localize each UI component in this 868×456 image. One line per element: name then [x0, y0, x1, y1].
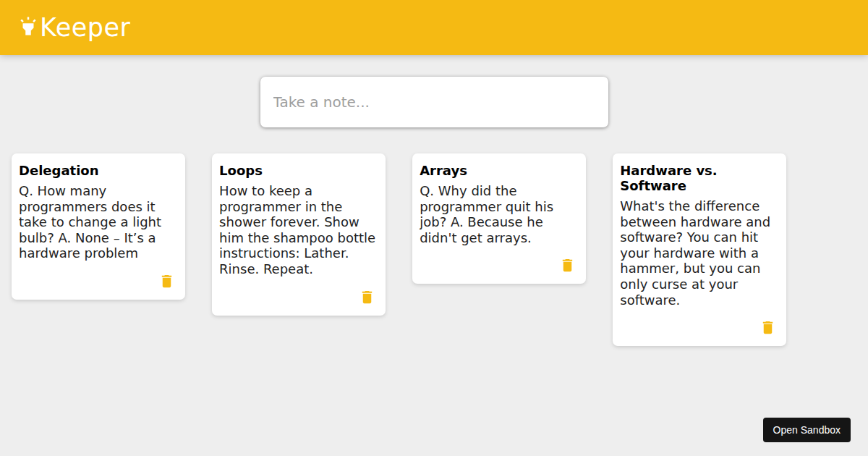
- trash-icon: [760, 319, 776, 336]
- delete-note-button[interactable]: [158, 273, 175, 290]
- trash-icon: [559, 257, 576, 274]
- note-title: Delegation: [19, 163, 178, 178]
- note-card: Delegation Q. How many programmers does …: [12, 153, 185, 300]
- note-content: Q. How many programmers does it take to …: [19, 183, 178, 261]
- note-card: Arrays Q. Why did the programmer quit hi…: [412, 153, 586, 284]
- note-card: Loops How to keep a programmer in the sh…: [212, 153, 386, 316]
- trash-icon: [359, 289, 375, 305]
- note-title: Hardware vs. Software: [620, 163, 779, 193]
- delete-note-button[interactable]: [359, 289, 375, 305]
- delete-note-button[interactable]: [760, 319, 776, 336]
- note-title: Loops: [219, 163, 378, 178]
- open-sandbox-button[interactable]: Open Sandbox: [763, 418, 851, 442]
- note-content: Q. Why did the programmer quit his job? …: [420, 183, 579, 245]
- create-note-form: [260, 77, 608, 127]
- note-content: How to keep a programmer in the shower f…: [219, 183, 378, 277]
- highlight-lightbulb-icon: [17, 15, 39, 37]
- trash-icon: [158, 273, 175, 290]
- app-logo: Keeper: [17, 13, 130, 42]
- note-title: Arrays: [420, 163, 579, 178]
- delete-note-button[interactable]: [559, 257, 576, 274]
- note-input[interactable]: [273, 88, 595, 117]
- app-title: Keeper: [40, 13, 130, 42]
- notes-grid: Delegation Q. How many programmers does …: [0, 142, 868, 358]
- note-card: Hardware vs. Software What's the differe…: [613, 153, 786, 346]
- app-header: Keeper: [0, 0, 868, 55]
- note-content: What's the difference between hardware a…: [620, 198, 779, 308]
